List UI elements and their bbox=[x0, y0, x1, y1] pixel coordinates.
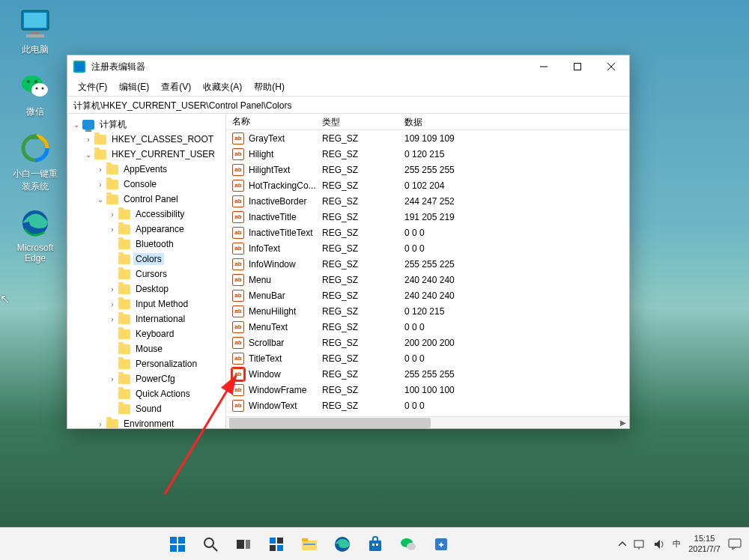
expander-icon[interactable]: › bbox=[96, 180, 105, 189]
expander-icon[interactable]: › bbox=[108, 285, 117, 293]
menu-view[interactable]: 查看(V) bbox=[155, 79, 197, 95]
value-row-inactivetitle[interactable]: abInactiveTitleREG_SZ191 205 219 bbox=[226, 209, 629, 225]
tree-node-accessibility[interactable]: ›Accessibility bbox=[69, 207, 224, 222]
tree-node-appevents[interactable]: ›AppEvents bbox=[69, 162, 224, 177]
scrollbar-thumb[interactable] bbox=[229, 418, 431, 428]
tree-node-environment[interactable]: ›Environment bbox=[69, 416, 224, 428]
expander-icon[interactable]: › bbox=[108, 210, 117, 219]
content-area: ⌄计算机›HKEY_CLASSES_ROOT⌄HKEY_CURRENT_USER… bbox=[67, 114, 629, 428]
expander-icon[interactable]: › bbox=[84, 136, 93, 144]
expander-icon[interactable]: › bbox=[108, 300, 117, 308]
value-row-infowindow[interactable]: abInfoWindowREG_SZ255 255 225 bbox=[226, 256, 629, 272]
value-data: 244 247 252 bbox=[398, 196, 629, 207]
tree-node-bluetooth[interactable]: Bluetooth bbox=[69, 237, 224, 252]
tree-node-desktop[interactable]: ›Desktop bbox=[69, 281, 224, 296]
minimize-button[interactable] bbox=[527, 55, 560, 78]
expander-icon[interactable]: › bbox=[96, 420, 105, 428]
value-data: 0 0 0 bbox=[398, 228, 629, 238]
tree-node-powercfg[interactable]: ›PowerCfg bbox=[69, 371, 224, 386]
start-button[interactable] bbox=[163, 530, 192, 559]
tray-volume-icon[interactable] bbox=[653, 539, 665, 550]
widgets-button[interactable] bbox=[262, 530, 291, 559]
expander-icon[interactable]: › bbox=[96, 165, 105, 174]
value-row-scrollbar[interactable]: abScrollbarREG_SZ200 200 200 bbox=[226, 335, 629, 350]
value-row-infotext[interactable]: abInfoTextREG_SZ0 0 0 bbox=[226, 240, 629, 256]
tray-clock[interactable]: 15:15 2021/7/7 bbox=[688, 534, 721, 553]
value-row-window[interactable]: abWindowREG_SZ255 255 255 bbox=[226, 366, 629, 382]
value-row-graytext[interactable]: abGrayTextREG_SZ109 109 109 bbox=[226, 130, 629, 146]
list-body[interactable]: abGrayTextREG_SZ109 109 109abHilightREG_… bbox=[226, 130, 629, 416]
desktop-icon-edge[interactable]: Microsoft Edge bbox=[9, 207, 61, 264]
value-row-hilight[interactable]: abHilightREG_SZ0 120 215 bbox=[226, 146, 629, 162]
tree-node-appearance[interactable]: ›Appearance bbox=[69, 222, 224, 237]
tree-pane[interactable]: ⌄计算机›HKEY_CLASSES_ROOT⌄HKEY_CURRENT_USER… bbox=[67, 114, 226, 428]
tree-label: Sound bbox=[133, 403, 164, 415]
value-row-menu[interactable]: abMenuREG_SZ240 240 240 bbox=[226, 272, 629, 287]
address-bar[interactable]: 计算机\HKEY_CURRENT_USER\Control Panel\Colo… bbox=[67, 96, 629, 114]
tree-node-hkey-classes-root[interactable]: ›HKEY_CLASSES_ROOT bbox=[69, 132, 224, 147]
menu-edit[interactable]: 编辑(E) bbox=[113, 79, 155, 95]
horizontal-scrollbar[interactable]: ▶ bbox=[226, 416, 629, 428]
explorer-button[interactable] bbox=[295, 530, 324, 559]
expander-icon[interactable]: › bbox=[108, 225, 117, 234]
expander-icon[interactable]: ⌄ bbox=[96, 195, 105, 204]
value-name: Scrollbar bbox=[249, 338, 284, 348]
value-row-menuhilight[interactable]: abMenuHilightREG_SZ0 120 215 bbox=[226, 303, 629, 319]
value-row-menubar[interactable]: abMenuBarREG_SZ240 240 240 bbox=[226, 287, 629, 303]
tree-node-input-method[interactable]: ›Input Method bbox=[69, 296, 224, 311]
menu-help[interactable]: 帮助(H) bbox=[248, 79, 291, 95]
col-data-header[interactable]: 数据 bbox=[398, 114, 629, 130]
col-name-header[interactable]: 名称 bbox=[226, 114, 316, 130]
expander-icon[interactable]: ⌄ bbox=[72, 121, 81, 129]
search-button[interactable] bbox=[196, 530, 225, 559]
desktop-icon-wechat[interactable]: 微信 bbox=[9, 70, 61, 118]
tree-node-mouse[interactable]: Mouse bbox=[69, 341, 224, 356]
tree-node-keyboard[interactable]: Keyboard bbox=[69, 326, 224, 341]
tree-node-console[interactable]: ›Console bbox=[69, 177, 224, 192]
tray-network-icon[interactable] bbox=[634, 539, 646, 550]
desktop-icon-reinstall[interactable]: 小白一键重装系统 bbox=[9, 132, 61, 193]
scroll-right-icon[interactable]: ▶ bbox=[617, 419, 629, 427]
value-row-inactivetitletext[interactable]: abInactiveTitleTextREG_SZ0 0 0 bbox=[226, 225, 629, 240]
tray-ime[interactable]: 中 bbox=[673, 538, 681, 550]
tree-node-personalization[interactable]: Personalization bbox=[69, 356, 224, 371]
tree-node-quick-actions[interactable]: Quick Actions bbox=[69, 386, 224, 401]
close-button[interactable] bbox=[594, 55, 628, 78]
store-button[interactable] bbox=[361, 530, 389, 559]
tray-chevron-icon[interactable] bbox=[619, 541, 626, 548]
folder-icon bbox=[118, 299, 130, 309]
tree-node-colors[interactable]: Colors bbox=[69, 252, 224, 267]
maximize-button[interactable] bbox=[560, 55, 594, 78]
value-type: REG_SZ bbox=[316, 259, 398, 270]
desktop-icons: 此电脑 微信 小白一键重装系统 Microsoft Edge bbox=[9, 7, 61, 277]
tray-notifications-icon[interactable] bbox=[728, 538, 742, 550]
value-row-windowtext[interactable]: abWindowTextREG_SZ0 0 0 bbox=[226, 398, 629, 413]
svg-rect-32 bbox=[303, 544, 315, 545]
tree-node-international[interactable]: ›International bbox=[69, 311, 224, 326]
value-row-hottrackingco-[interactable]: abHotTrackingCo...REG_SZ0 102 204 bbox=[226, 177, 629, 193]
value-row-inactiveborder[interactable]: abInactiveBorderREG_SZ244 247 252 bbox=[226, 193, 629, 209]
value-row-titletext[interactable]: abTitleTextREG_SZ0 0 0 bbox=[226, 350, 629, 366]
tree-node-cursors[interactable]: Cursors bbox=[69, 267, 224, 281]
edge-taskbar-button[interactable] bbox=[328, 530, 357, 559]
menu-file[interactable]: 文件(F) bbox=[72, 79, 113, 95]
tree-node-hkey-current-user[interactable]: ⌄HKEY_CURRENT_USER bbox=[69, 147, 224, 162]
value-type: REG_SZ bbox=[316, 228, 398, 238]
value-row-windowframe[interactable]: abWindowFrameREG_SZ100 100 100 bbox=[226, 382, 629, 398]
wechat-taskbar-button[interactable] bbox=[394, 530, 422, 559]
tree-node-control-panel[interactable]: ⌄Control Panel bbox=[69, 192, 224, 207]
tree-node-sound[interactable]: Sound bbox=[69, 401, 224, 416]
expander-icon[interactable]: › bbox=[108, 375, 117, 383]
tree-node--[interactable]: ⌄计算机 bbox=[69, 117, 224, 132]
menu-favorites[interactable]: 收藏夹(A) bbox=[197, 79, 248, 95]
value-row-hilighttext[interactable]: abHilightTextREG_SZ255 255 255 bbox=[226, 162, 629, 177]
value-name: InactiveBorder bbox=[249, 196, 306, 207]
desktop-icon-this-pc[interactable]: 此电脑 bbox=[9, 7, 61, 56]
value-row-menutext[interactable]: abMenuTextREG_SZ0 0 0 bbox=[226, 319, 629, 335]
task-view-button[interactable] bbox=[229, 530, 258, 559]
app-button[interactable]: ✦ bbox=[427, 530, 455, 559]
expander-icon[interactable]: › bbox=[108, 315, 117, 323]
titlebar[interactable]: 注册表编辑器 bbox=[67, 55, 629, 78]
expander-icon[interactable]: ⌄ bbox=[84, 150, 93, 159]
col-type-header[interactable]: 类型 bbox=[316, 114, 398, 130]
